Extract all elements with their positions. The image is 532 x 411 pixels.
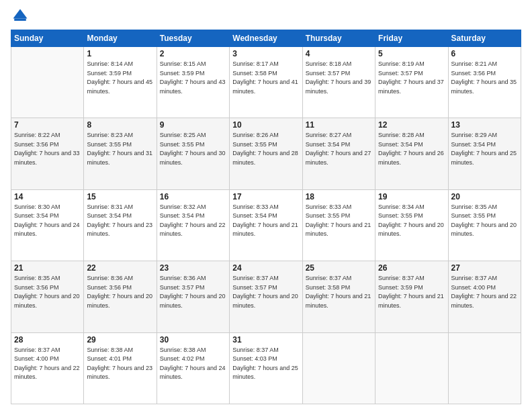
calendar-week-row: 21Sunrise: 8:35 AMSunset: 3:56 PMDayligh… [11,261,521,332]
col-header-sunday: Sunday [11,30,84,47]
calendar-cell: 8Sunrise: 8:23 AMSunset: 3:55 PMDaylight… [84,118,157,189]
day-info: Sunrise: 8:25 AMSunset: 3:55 PMDaylight:… [160,131,226,167]
day-info: Sunrise: 8:32 AMSunset: 3:54 PMDaylight:… [160,203,226,239]
calendar-cell: 18Sunrise: 8:33 AMSunset: 3:55 PMDayligh… [302,189,375,261]
calendar-cell: 25Sunrise: 8:37 AMSunset: 3:58 PMDayligh… [302,261,375,332]
calendar-week-row: 7Sunrise: 8:22 AMSunset: 3:56 PMDaylight… [11,118,521,189]
day-number: 2 [160,49,226,58]
day-info: Sunrise: 8:22 AMSunset: 3:56 PMDaylight:… [14,131,81,167]
day-info: Sunrise: 8:37 AMSunset: 3:57 PMDaylight:… [232,274,299,310]
calendar-cell: 12Sunrise: 8:28 AMSunset: 3:54 PMDayligh… [375,118,448,189]
day-info: Sunrise: 8:30 AMSunset: 3:54 PMDaylight:… [14,203,81,239]
calendar-cell: 15Sunrise: 8:31 AMSunset: 3:54 PMDayligh… [84,189,157,261]
calendar-cell: 9Sunrise: 8:25 AMSunset: 3:55 PMDaylight… [157,118,229,189]
calendar-cell: 6Sunrise: 8:21 AMSunset: 3:56 PMDaylight… [448,47,521,118]
calendar-header-row: SundayMondayTuesdayWednesdayThursdayFrid… [11,30,521,47]
calendar-cell: 4Sunrise: 8:18 AMSunset: 3:57 PMDaylight… [302,47,375,118]
day-number: 5 [378,49,445,58]
day-number: 3 [232,49,299,58]
col-header-wednesday: Wednesday [230,30,302,47]
calendar-week-row: 1Sunrise: 8:14 AMSunset: 3:59 PMDaylight… [11,47,521,118]
day-number: 18 [306,192,372,201]
calendar-cell: 10Sunrise: 8:26 AMSunset: 3:55 PMDayligh… [230,118,302,189]
calendar-cell: 27Sunrise: 8:37 AMSunset: 4:00 PMDayligh… [448,261,521,332]
day-number: 29 [87,335,153,345]
calendar-cell [448,332,521,404]
day-number: 16 [160,192,226,201]
day-number: 7 [14,120,81,130]
calendar-cell: 5Sunrise: 8:19 AMSunset: 3:57 PMDaylight… [375,47,448,118]
calendar-cell [11,47,84,118]
day-info: Sunrise: 8:35 AMSunset: 3:55 PMDaylight:… [451,203,518,239]
col-header-saturday: Saturday [448,30,521,47]
page: SundayMondayTuesdayWednesdayThursdayFrid… [0,0,532,411]
day-number: 26 [378,263,445,273]
day-number: 15 [87,192,153,201]
day-info: Sunrise: 8:29 AMSunset: 3:54 PMDaylight:… [451,131,518,167]
calendar-cell: 17Sunrise: 8:33 AMSunset: 3:54 PMDayligh… [230,189,302,261]
day-info: Sunrise: 8:38 AMSunset: 4:01 PMDaylight:… [87,346,153,382]
svg-rect-1 [14,19,26,21]
svg-marker-0 [13,9,28,19]
calendar-cell: 1Sunrise: 8:14 AMSunset: 3:59 PMDaylight… [84,47,157,118]
calendar-cell: 16Sunrise: 8:32 AMSunset: 3:54 PMDayligh… [157,189,229,261]
calendar-week-row: 28Sunrise: 8:37 AMSunset: 4:00 PMDayligh… [11,332,521,404]
day-info: Sunrise: 8:36 AMSunset: 3:56 PMDaylight:… [87,274,153,310]
calendar-cell: 26Sunrise: 8:37 AMSunset: 3:59 PMDayligh… [375,261,448,332]
day-number: 21 [14,263,81,273]
calendar-cell [375,332,448,404]
day-info: Sunrise: 8:15 AMSunset: 3:59 PMDaylight:… [160,60,226,96]
day-number: 13 [451,120,518,130]
calendar-cell: 20Sunrise: 8:35 AMSunset: 3:55 PMDayligh… [448,189,521,261]
day-number: 19 [378,192,445,201]
header [11,7,521,26]
day-number: 17 [232,192,299,201]
day-info: Sunrise: 8:18 AMSunset: 3:57 PMDaylight:… [306,60,372,96]
calendar-cell: 14Sunrise: 8:30 AMSunset: 3:54 PMDayligh… [11,189,84,261]
day-number: 6 [451,49,518,58]
day-number: 14 [14,192,81,201]
col-header-thursday: Thursday [302,30,375,47]
day-info: Sunrise: 8:17 AMSunset: 3:58 PMDaylight:… [232,60,299,96]
calendar-cell: 23Sunrise: 8:36 AMSunset: 3:57 PMDayligh… [157,261,229,332]
day-info: Sunrise: 8:27 AMSunset: 3:54 PMDaylight:… [306,131,372,167]
day-info: Sunrise: 8:31 AMSunset: 3:54 PMDaylight:… [87,203,153,239]
calendar-cell: 30Sunrise: 8:38 AMSunset: 4:02 PMDayligh… [157,332,229,404]
day-info: Sunrise: 8:37 AMSunset: 4:03 PMDaylight:… [232,346,299,382]
day-number: 31 [232,335,299,345]
day-number: 4 [306,49,372,58]
day-number: 1 [87,49,153,58]
logo [11,7,32,26]
day-info: Sunrise: 8:35 AMSunset: 3:56 PMDaylight:… [14,274,81,310]
day-info: Sunrise: 8:37 AMSunset: 3:58 PMDaylight:… [306,274,372,310]
col-header-monday: Monday [84,30,157,47]
day-info: Sunrise: 8:26 AMSunset: 3:55 PMDaylight:… [232,131,299,167]
day-number: 11 [306,120,372,130]
calendar-cell: 7Sunrise: 8:22 AMSunset: 3:56 PMDaylight… [11,118,84,189]
day-info: Sunrise: 8:33 AMSunset: 3:55 PMDaylight:… [306,203,372,239]
day-number: 23 [160,263,226,273]
day-number: 12 [378,120,445,130]
day-info: Sunrise: 8:28 AMSunset: 3:54 PMDaylight:… [378,131,445,167]
day-number: 30 [160,335,226,345]
calendar-week-row: 14Sunrise: 8:30 AMSunset: 3:54 PMDayligh… [11,189,521,261]
day-info: Sunrise: 8:19 AMSunset: 3:57 PMDaylight:… [378,60,445,96]
day-info: Sunrise: 8:14 AMSunset: 3:59 PMDaylight:… [87,60,153,96]
day-number: 8 [87,120,153,130]
calendar-cell: 3Sunrise: 8:17 AMSunset: 3:58 PMDaylight… [230,47,302,118]
day-number: 9 [160,120,226,130]
day-info: Sunrise: 8:37 AMSunset: 4:00 PMDaylight:… [14,346,81,382]
calendar-cell: 21Sunrise: 8:35 AMSunset: 3:56 PMDayligh… [11,261,84,332]
day-number: 28 [14,335,81,345]
calendar-cell: 28Sunrise: 8:37 AMSunset: 4:00 PMDayligh… [11,332,84,404]
day-info: Sunrise: 8:37 AMSunset: 4:00 PMDaylight:… [451,274,518,310]
calendar-cell: 24Sunrise: 8:37 AMSunset: 3:57 PMDayligh… [230,261,302,332]
calendar-cell: 19Sunrise: 8:34 AMSunset: 3:55 PMDayligh… [375,189,448,261]
logo-icon [11,7,30,26]
day-number: 20 [451,192,518,201]
col-header-tuesday: Tuesday [157,30,229,47]
calendar-table: SundayMondayTuesdayWednesdayThursdayFrid… [11,30,521,404]
calendar-cell: 29Sunrise: 8:38 AMSunset: 4:01 PMDayligh… [84,332,157,404]
day-number: 25 [306,263,372,273]
day-number: 10 [232,120,299,130]
